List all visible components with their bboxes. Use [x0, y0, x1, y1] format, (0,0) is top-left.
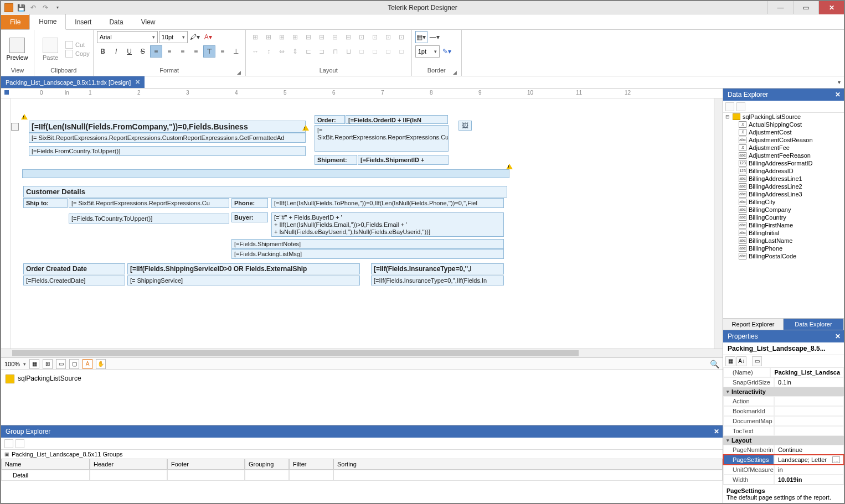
ge-row-detail[interactable]: Detail: [1, 470, 90, 481]
textbox-from-addr[interactable]: [= SixBit.ReportExpressions.ReportExpres…: [29, 133, 306, 143]
picturebox[interactable]: 🖼: [458, 121, 472, 131]
group-explorer-close-icon[interactable]: ✕: [714, 428, 719, 435]
tree-field[interactable]: abcBillingLastName: [723, 237, 844, 245]
property-row[interactable]: Action: [723, 396, 844, 406]
de-tool-2[interactable]: [736, 102, 745, 111]
design-vscroll[interactable]: [714, 98, 723, 349]
ge-cell[interactable]: [245, 470, 289, 481]
layout-btn-19[interactable]: ⊓: [329, 45, 341, 58]
layout-btn-16[interactable]: ⇕: [289, 45, 301, 58]
bold-button[interactable]: B: [97, 45, 109, 58]
tree-field[interactable]: abcAdjustmentCostReason: [723, 136, 844, 144]
layout-btn-23[interactable]: □: [382, 45, 394, 58]
preview-button[interactable]: Preview: [4, 33, 30, 66]
layout-btn-24[interactable]: □: [395, 45, 408, 58]
layout-btn-18[interactable]: ⊐: [316, 45, 328, 58]
layout-btn-1[interactable]: ⊞: [249, 31, 261, 43]
property-row[interactable]: TocText: [723, 426, 844, 436]
border-style-button[interactable]: ▦▾: [415, 31, 427, 43]
layout-btn-22[interactable]: □: [369, 45, 381, 58]
align-center-button[interactable]: ≡: [163, 45, 176, 58]
qat-dropdown-icon[interactable]: ▾: [53, 3, 62, 12]
underline-button[interactable]: U: [123, 45, 136, 58]
pan-button[interactable]: ✋: [96, 359, 106, 369]
border-launcher-icon[interactable]: ◢: [453, 70, 457, 75]
tab-file[interactable]: File: [1, 15, 29, 29]
textbox-shipment-id[interactable]: [=Fields.ShipmentID +: [358, 155, 449, 165]
document-tab-close-icon[interactable]: ✕: [135, 79, 140, 86]
font-family-combo[interactable]: Arial▾: [97, 31, 158, 43]
textbox-order-id[interactable]: [=Fields.OrderID + IIF(IsN: [346, 115, 448, 124]
tree-field[interactable]: abcBillingAddressLine1: [723, 175, 844, 183]
ge-col-name[interactable]: Name: [1, 459, 90, 470]
layout-btn-10[interactable]: ⊡: [369, 31, 381, 43]
tree-field[interactable]: .0ActualShippingCost: [723, 121, 844, 128]
property-value[interactable]: [774, 416, 844, 426]
tree-field[interactable]: abcAdjustmentFeeReason: [723, 152, 844, 159]
properties-close-icon[interactable]: ✕: [835, 332, 841, 340]
tree-field[interactable]: .0AdjustmentCost: [723, 128, 844, 136]
textbox-barcode-expr[interactable]: [= SixBit.ReportExpressions.ReportExpres…: [315, 125, 449, 152]
label-shipment[interactable]: Shipment:: [315, 155, 357, 165]
align-left-button[interactable]: ≡: [150, 45, 162, 58]
ge-cell[interactable]: [333, 470, 723, 481]
align-justify-button[interactable]: ≡: [190, 45, 202, 58]
vertical-ruler[interactable]: [1, 98, 11, 349]
textbox-from-company[interactable]: [=IIf(Len(IsNull(Fields.FromCompany,''))…: [29, 121, 306, 133]
textbox-phone[interactable]: [=IIf(Len(IsNull(Fields.ToPhone,''))=0,I…: [271, 198, 504, 208]
horizontal-ruler[interactable]: 0 in 1 2 3 4 5 6 7 8 9 10 11 12: [1, 89, 723, 98]
label-customer-details[interactable]: Customer Details: [23, 186, 507, 198]
property-row[interactable]: (Name)Packing_List_Landsca: [723, 367, 844, 377]
props-pages-button[interactable]: ▭: [752, 356, 762, 366]
section-handle-icon[interactable]: [11, 123, 19, 131]
layout-btn-17[interactable]: ⊏: [302, 45, 315, 58]
tree-field[interactable]: 123BillingAddressFormatID: [723, 159, 844, 167]
datasource-name[interactable]: sqlPackingListSource: [18, 375, 81, 382]
tree-field[interactable]: abcBillingPhone: [723, 245, 844, 252]
property-value[interactable]: Packing_List_Landsca: [770, 367, 844, 377]
property-row[interactable]: PageNumberinContinue: [723, 445, 844, 455]
align-right-button[interactable]: ≡: [177, 45, 189, 58]
property-category[interactable]: ▾Layout: [723, 436, 844, 445]
snap-grid-button[interactable]: ▦: [29, 359, 39, 369]
window-minimize-button[interactable]: —: [767, 1, 793, 14]
property-row[interactable]: Width10.019in: [723, 475, 844, 485]
layout-btn-9[interactable]: ⊡: [355, 31, 368, 43]
tree-field[interactable]: abcBillingCompany: [723, 206, 844, 214]
copy-button[interactable]: Copy: [65, 50, 90, 58]
tab-home[interactable]: Home: [29, 14, 66, 30]
property-row[interactable]: UnitOfMeasurein: [723, 465, 844, 475]
data-explorer-close-icon[interactable]: ✕: [835, 91, 841, 98]
window-maximize-button[interactable]: ▭: [793, 1, 818, 14]
ge-col-header[interactable]: Header: [90, 459, 167, 470]
property-value[interactable]: [774, 396, 844, 406]
label-buyer[interactable]: Buyer:: [231, 212, 268, 222]
show-dimensions-button[interactable]: ▭: [56, 359, 66, 369]
show-grid-button[interactable]: ▢: [69, 359, 79, 369]
label-order-created[interactable]: Order Created Date: [23, 263, 125, 274]
tab-insert[interactable]: Insert: [66, 15, 100, 29]
property-row[interactable]: BookmarkId: [723, 406, 844, 416]
layout-btn-13[interactable]: ↔: [249, 45, 261, 58]
search-icon[interactable]: 🔍: [710, 360, 719, 368]
textbox-shipping-service-hdr[interactable]: [=IIf(Fields.ShippingServiceID>0 OR Fiel…: [127, 263, 360, 274]
layout-btn-15[interactable]: ⇔: [276, 45, 288, 58]
fore-color-button[interactable]: A▾: [202, 31, 214, 43]
tab-view[interactable]: View: [132, 15, 164, 29]
tree-field[interactable]: abcBillingFirstName: [723, 221, 844, 229]
layout-btn-6[interactable]: ⊟: [316, 31, 328, 43]
property-value[interactable]: 10.019in: [774, 475, 844, 485]
layout-btn-2[interactable]: ⊞: [262, 31, 275, 43]
props-alpha-button[interactable]: A↓: [736, 356, 746, 366]
tree-field[interactable]: abcBillingInitial: [723, 229, 844, 237]
textbox-packing-msg[interactable]: [=Fields.PackingListMsg]: [231, 249, 504, 259]
layout-btn-20[interactable]: ⊔: [342, 45, 354, 58]
label-phone[interactable]: Phone:: [231, 198, 268, 208]
valign-middle-button[interactable]: ≡: [217, 45, 229, 58]
textbox-buyer[interactable]: [="#" + Fields.BuyerID + ' + IIf(Len(IsN…: [271, 212, 504, 237]
tab-strip-menu-icon[interactable]: ▾: [838, 76, 844, 88]
collapse-icon[interactable]: ⊟: [725, 114, 730, 119]
ge-cell[interactable]: [167, 470, 245, 481]
group-explorer-root[interactable]: Packing_List_Landscape_8.5x11 Groups: [12, 451, 123, 458]
qat-redo-icon[interactable]: ↷: [41, 3, 50, 12]
